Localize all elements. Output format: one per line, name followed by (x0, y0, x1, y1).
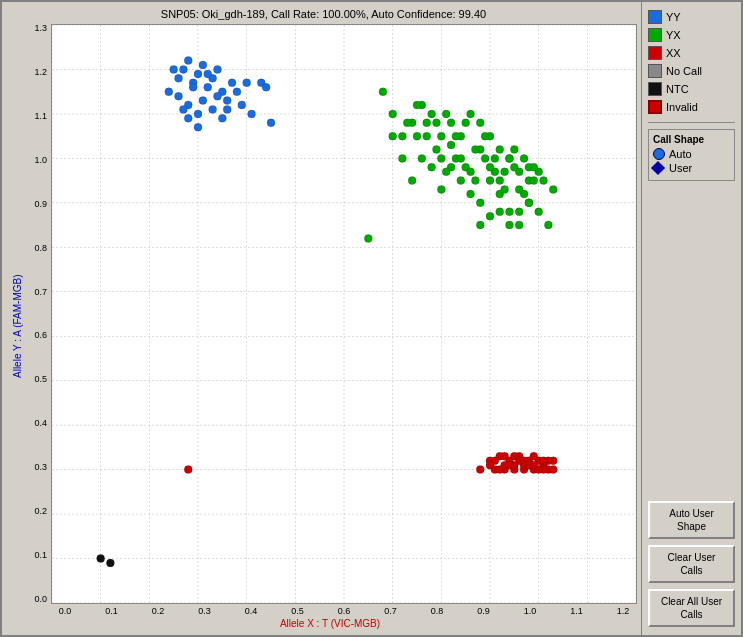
auto-user-shape-button[interactable]: Auto User Shape (648, 501, 735, 539)
y-axis-label: Allele Y : A (FAM-MGB) (10, 24, 23, 629)
x-tick: 0.5 (284, 606, 312, 616)
x-tick: 0.6 (330, 606, 358, 616)
legend-item-yy: YY (648, 10, 735, 24)
chart-inner: Allele Y : A (FAM-MGB) 0.00.10.20.30.40.… (10, 24, 637, 629)
call-shape-group: Call Shape Auto User (648, 129, 735, 181)
user-shape-icon (651, 161, 665, 175)
chart-area: SNP05: Oki_gdh-189, Call Rate: 100.00%, … (2, 2, 641, 635)
chart-plot-area: 0.00.10.20.30.40.50.60.70.80.91.01.11.21… (23, 24, 637, 604)
x-tick: 1.0 (516, 606, 544, 616)
y-tick: 0.2 (34, 507, 47, 516)
y-tick: 0.3 (34, 463, 47, 472)
y-ticks: 0.00.10.20.30.40.50.60.70.80.91.01.11.21… (23, 24, 51, 604)
y-tick: 0.7 (34, 288, 47, 297)
legend-divider (648, 122, 735, 123)
x-tick: 0.0 (51, 606, 79, 616)
x-ticks-spacer (23, 604, 51, 616)
legend-label-xx: XX (666, 47, 681, 59)
x-tick: 0.4 (237, 606, 265, 616)
chart-with-axes: 0.00.10.20.30.40.50.60.70.80.91.01.11.21… (23, 24, 637, 629)
legend-label-yx: YX (666, 29, 681, 41)
x-tick: 0.3 (191, 606, 219, 616)
legend-item-yx: YX (648, 28, 735, 42)
sidebar-spacer (648, 187, 735, 497)
x-tick: 1.2 (609, 606, 637, 616)
x-ticks: 0.00.10.20.30.40.50.60.70.80.91.01.11.2 (51, 604, 637, 616)
x-tick: 0.1 (98, 606, 126, 616)
legend-box-yx (648, 28, 662, 42)
legend-item-ntc: NTC (648, 82, 735, 96)
x-axis-label: Allele X : T (VIC-MGB) (23, 618, 637, 629)
x-tick: 0.7 (377, 606, 405, 616)
y-tick: 0.0 (34, 595, 47, 604)
y-tick: 0.8 (34, 244, 47, 253)
user-shape-label: User (669, 162, 692, 174)
y-tick: 0.9 (34, 200, 47, 209)
y-tick: 1.3 (34, 24, 47, 33)
y-tick: 0.1 (34, 551, 47, 560)
y-tick: 1.0 (34, 156, 47, 165)
legend-box-no-call (648, 64, 662, 78)
legend-box-yy (648, 10, 662, 24)
scatter-canvas (52, 25, 636, 603)
x-axis-row: 0.00.10.20.30.40.50.60.70.80.91.01.11.2 (23, 604, 637, 616)
chart-title: SNP05: Oki_gdh-189, Call Rate: 100.00%, … (10, 8, 637, 20)
y-tick: 1.1 (34, 112, 47, 121)
legend-label-ntc: NTC (666, 83, 689, 95)
plot-canvas-wrapper (51, 24, 637, 604)
x-tick: 1.1 (563, 606, 591, 616)
legend-label-invalid: Invalid (666, 101, 698, 113)
legend-box-invalid (648, 100, 662, 114)
x-tick: 0.8 (423, 606, 451, 616)
clear-all-user-calls-button[interactable]: Clear All User Calls (648, 589, 735, 627)
legend-item-invalid: Invalid (648, 100, 735, 114)
x-tick: 0.2 (144, 606, 172, 616)
shape-item-auto: Auto (653, 148, 730, 160)
x-tick: 0.9 (470, 606, 498, 616)
auto-shape-label: Auto (669, 148, 692, 160)
legend-label-no-call: No Call (666, 65, 702, 77)
legend-label-yy: YY (666, 11, 681, 23)
sidebar: YY YX XX No Call NTC Invalid Call Shape (641, 2, 741, 635)
y-tick: 0.4 (34, 419, 47, 428)
y-tick: 0.5 (34, 375, 47, 384)
main-container: SNP05: Oki_gdh-189, Call Rate: 100.00%, … (0, 0, 743, 637)
legend-box-xx (648, 46, 662, 60)
y-tick: 1.2 (34, 68, 47, 77)
call-shape-title: Call Shape (653, 134, 730, 145)
clear-user-calls-button[interactable]: Clear User Calls (648, 545, 735, 583)
legend-box-ntc (648, 82, 662, 96)
shape-item-user: User (653, 162, 730, 174)
legend-item-no-call: No Call (648, 64, 735, 78)
y-tick: 0.6 (34, 331, 47, 340)
auto-shape-icon (653, 148, 665, 160)
legend-item-xx: XX (648, 46, 735, 60)
